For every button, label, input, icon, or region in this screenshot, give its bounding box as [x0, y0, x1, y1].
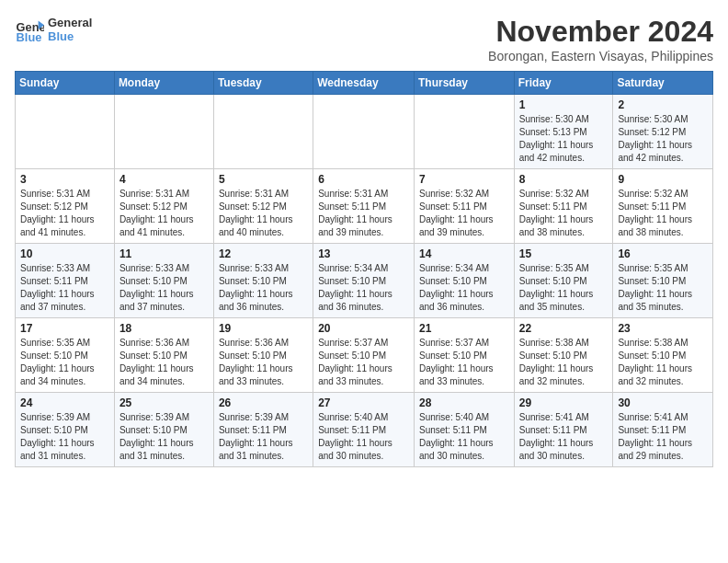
- calendar-week-5: 24Sunrise: 5:39 AM Sunset: 5:10 PM Dayli…: [16, 393, 713, 467]
- calendar-cell: 29Sunrise: 5:41 AM Sunset: 5:11 PM Dayli…: [514, 393, 613, 467]
- day-info: Sunrise: 5:31 AM Sunset: 5:11 PM Dayligh…: [318, 188, 409, 239]
- location-title: Borongan, Eastern Visayas, Philippines: [488, 49, 713, 63]
- day-info: Sunrise: 5:36 AM Sunset: 5:10 PM Dayligh…: [119, 337, 209, 388]
- calendar-cell: 7Sunrise: 5:32 AM Sunset: 5:11 PM Daylig…: [414, 169, 514, 244]
- calendar-cell: 1Sunrise: 5:30 AM Sunset: 5:13 PM Daylig…: [514, 95, 613, 169]
- day-info: Sunrise: 5:31 AM Sunset: 5:12 PM Dayligh…: [219, 188, 308, 239]
- day-info: Sunrise: 5:37 AM Sunset: 5:10 PM Dayligh…: [419, 337, 509, 388]
- day-info: Sunrise: 5:37 AM Sunset: 5:10 PM Dayligh…: [318, 337, 409, 388]
- day-info: Sunrise: 5:41 AM Sunset: 5:11 PM Dayligh…: [519, 411, 609, 463]
- calendar-body: 1Sunrise: 5:30 AM Sunset: 5:13 PM Daylig…: [16, 95, 713, 467]
- day-number: 19: [219, 322, 308, 335]
- calendar-cell: 22Sunrise: 5:38 AM Sunset: 5:10 PM Dayli…: [514, 318, 613, 393]
- day-info: Sunrise: 5:34 AM Sunset: 5:10 PM Dayligh…: [419, 262, 509, 314]
- day-info: Sunrise: 5:34 AM Sunset: 5:10 PM Dayligh…: [318, 262, 409, 314]
- calendar-cell: 26Sunrise: 5:39 AM Sunset: 5:11 PM Dayli…: [213, 393, 313, 467]
- day-number: 26: [219, 396, 308, 409]
- day-number: 23: [618, 322, 708, 335]
- day-info: Sunrise: 5:39 AM Sunset: 5:11 PM Dayligh…: [219, 411, 308, 463]
- calendar-cell: [313, 95, 415, 169]
- day-number: 9: [618, 173, 708, 186]
- day-info: Sunrise: 5:38 AM Sunset: 5:10 PM Dayligh…: [519, 337, 609, 388]
- calendar-week-1: 1Sunrise: 5:30 AM Sunset: 5:13 PM Daylig…: [16, 95, 713, 169]
- logo-general: General: [48, 16, 92, 29]
- day-number: 21: [419, 322, 509, 335]
- day-number: 15: [519, 247, 609, 260]
- day-number: 7: [419, 173, 509, 186]
- day-info: Sunrise: 5:31 AM Sunset: 5:12 PM Dayligh…: [20, 188, 109, 239]
- day-number: 29: [519, 396, 609, 409]
- calendar-cell: 9Sunrise: 5:32 AM Sunset: 5:11 PM Daylig…: [613, 169, 713, 244]
- calendar-cell: 25Sunrise: 5:39 AM Sunset: 5:10 PM Dayli…: [114, 393, 213, 467]
- day-number: 14: [419, 247, 509, 260]
- day-info: Sunrise: 5:33 AM Sunset: 5:10 PM Dayligh…: [219, 262, 308, 314]
- day-number: 30: [618, 396, 708, 409]
- day-info: Sunrise: 5:40 AM Sunset: 5:11 PM Dayligh…: [419, 411, 509, 463]
- logo-blue: Blue: [48, 29, 92, 43]
- day-info: Sunrise: 5:33 AM Sunset: 5:10 PM Dayligh…: [119, 262, 209, 314]
- day-number: 12: [219, 247, 308, 260]
- day-info: Sunrise: 5:40 AM Sunset: 5:11 PM Dayligh…: [318, 411, 409, 463]
- weekday-friday: Friday: [514, 72, 613, 95]
- day-number: 3: [20, 173, 109, 186]
- day-number: 5: [219, 173, 308, 186]
- weekday-wednesday: Wednesday: [313, 72, 415, 95]
- day-number: 2: [618, 98, 708, 111]
- calendar-cell: [16, 95, 115, 169]
- calendar-cell: 6Sunrise: 5:31 AM Sunset: 5:11 PM Daylig…: [313, 169, 415, 244]
- calendar-cell: 14Sunrise: 5:34 AM Sunset: 5:10 PM Dayli…: [414, 244, 514, 318]
- weekday-thursday: Thursday: [414, 72, 514, 95]
- day-number: 22: [519, 322, 609, 335]
- calendar-cell: 12Sunrise: 5:33 AM Sunset: 5:10 PM Dayli…: [213, 244, 313, 318]
- calendar-cell: 28Sunrise: 5:40 AM Sunset: 5:11 PM Dayli…: [414, 393, 514, 467]
- weekday-tuesday: Tuesday: [213, 72, 313, 95]
- day-info: Sunrise: 5:39 AM Sunset: 5:10 PM Dayligh…: [119, 411, 209, 463]
- day-number: 11: [119, 247, 209, 260]
- day-info: Sunrise: 5:35 AM Sunset: 5:10 PM Dayligh…: [20, 337, 109, 388]
- calendar-cell: 13Sunrise: 5:34 AM Sunset: 5:10 PM Dayli…: [313, 244, 415, 318]
- weekday-sunday: Sunday: [16, 72, 115, 95]
- calendar-cell: 18Sunrise: 5:36 AM Sunset: 5:10 PM Dayli…: [114, 318, 213, 393]
- day-info: Sunrise: 5:35 AM Sunset: 5:10 PM Dayligh…: [519, 262, 609, 314]
- day-number: 27: [318, 396, 409, 409]
- svg-text:Blue: Blue: [17, 30, 42, 44]
- month-title: November 2024: [488, 15, 713, 49]
- weekday-saturday: Saturday: [613, 72, 713, 95]
- calendar-cell: [114, 95, 213, 169]
- day-info: Sunrise: 5:41 AM Sunset: 5:11 PM Dayligh…: [618, 411, 708, 463]
- calendar-cell: 4Sunrise: 5:31 AM Sunset: 5:12 PM Daylig…: [114, 169, 213, 244]
- calendar-table: SundayMondayTuesdayWednesdayThursdayFrid…: [15, 71, 713, 467]
- day-number: 16: [618, 247, 708, 260]
- calendar-week-4: 17Sunrise: 5:35 AM Sunset: 5:10 PM Dayli…: [16, 318, 713, 393]
- day-number: 6: [318, 173, 409, 186]
- day-number: 13: [318, 247, 409, 260]
- day-number: 8: [519, 173, 609, 186]
- calendar-cell: 5Sunrise: 5:31 AM Sunset: 5:12 PM Daylig…: [213, 169, 313, 244]
- day-number: 20: [318, 322, 409, 335]
- title-area: November 2024 Borongan, Eastern Visayas,…: [488, 15, 713, 63]
- calendar-cell: 27Sunrise: 5:40 AM Sunset: 5:11 PM Dayli…: [313, 393, 415, 467]
- day-number: 1: [519, 98, 609, 111]
- calendar-cell: 19Sunrise: 5:36 AM Sunset: 5:10 PM Dayli…: [213, 318, 313, 393]
- page-header: General Blue General Blue November 2024 …: [15, 15, 713, 63]
- calendar-cell: 21Sunrise: 5:37 AM Sunset: 5:10 PM Dayli…: [414, 318, 514, 393]
- day-number: 18: [119, 322, 209, 335]
- day-info: Sunrise: 5:30 AM Sunset: 5:12 PM Dayligh…: [618, 113, 708, 165]
- calendar-cell: 8Sunrise: 5:32 AM Sunset: 5:11 PM Daylig…: [514, 169, 613, 244]
- calendar-cell: 20Sunrise: 5:37 AM Sunset: 5:10 PM Dayli…: [313, 318, 415, 393]
- day-info: Sunrise: 5:39 AM Sunset: 5:10 PM Dayligh…: [20, 411, 109, 463]
- weekday-monday: Monday: [114, 72, 213, 95]
- logo-icon: General Blue: [15, 15, 44, 44]
- day-number: 4: [119, 173, 209, 186]
- calendar-cell: 3Sunrise: 5:31 AM Sunset: 5:12 PM Daylig…: [16, 169, 115, 244]
- calendar-week-3: 10Sunrise: 5:33 AM Sunset: 5:11 PM Dayli…: [16, 244, 713, 318]
- day-info: Sunrise: 5:36 AM Sunset: 5:10 PM Dayligh…: [219, 337, 308, 388]
- day-info: Sunrise: 5:30 AM Sunset: 5:13 PM Dayligh…: [519, 113, 609, 165]
- day-number: 24: [20, 396, 109, 409]
- day-info: Sunrise: 5:31 AM Sunset: 5:12 PM Dayligh…: [119, 188, 209, 239]
- calendar-cell: 30Sunrise: 5:41 AM Sunset: 5:11 PM Dayli…: [613, 393, 713, 467]
- calendar-cell: [414, 95, 514, 169]
- calendar-cell: 10Sunrise: 5:33 AM Sunset: 5:11 PM Dayli…: [16, 244, 115, 318]
- calendar-cell: 17Sunrise: 5:35 AM Sunset: 5:10 PM Dayli…: [16, 318, 115, 393]
- logo: General Blue General Blue: [15, 15, 92, 44]
